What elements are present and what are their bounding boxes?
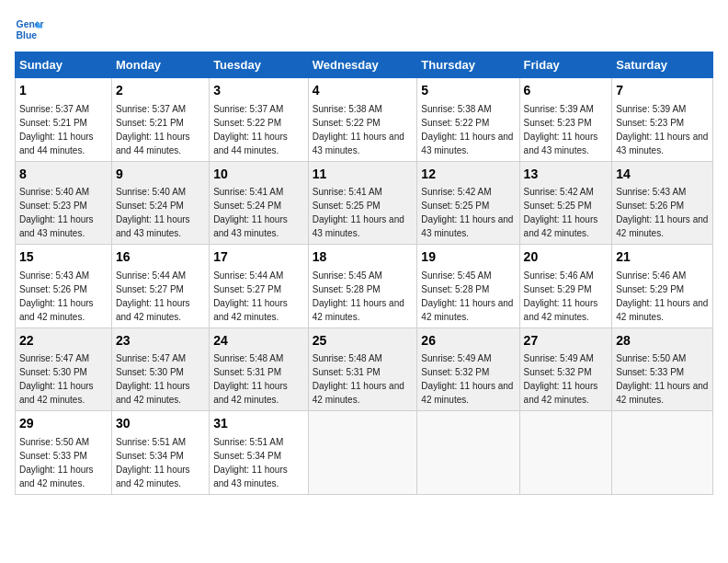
sunset-info: Sunset: 5:22 PM [421, 118, 489, 128]
day-number: 18 [313, 248, 414, 267]
sunrise-info: Sunrise: 5:40 AM [116, 187, 186, 197]
day-number: 30 [116, 415, 205, 433]
daylight-info: Daylight: 11 hours and 43 minutes. [313, 132, 404, 155]
day-number: 5 [421, 82, 515, 100]
daylight-info: Daylight: 11 hours and 42 minutes. [524, 298, 598, 322]
daylight-info: Daylight: 11 hours and 42 minutes. [616, 381, 708, 405]
calendar-cell: 31Sunrise: 5:51 AMSunset: 5:34 PMDayligh… [210, 411, 309, 495]
calendar-cell: 1Sunrise: 5:37 AMSunset: 5:21 PMDaylight… [16, 78, 112, 162]
day-number: 8 [19, 166, 108, 184]
sunset-info: Sunset: 5:25 PM [313, 201, 381, 211]
calendar-cell: 9Sunrise: 5:40 AMSunset: 5:24 PMDaylight… [111, 161, 209, 245]
calendar-cell: 24Sunrise: 5:48 AMSunset: 5:31 PMDayligh… [210, 327, 309, 411]
day-number: 16 [116, 248, 205, 267]
day-number: 12 [421, 166, 515, 184]
day-number: 15 [19, 248, 108, 267]
day-number: 26 [421, 332, 515, 350]
day-number: 7 [616, 82, 709, 100]
day-number: 29 [19, 415, 108, 433]
daylight-info: Daylight: 11 hours and 44 minutes. [116, 132, 190, 155]
daylight-info: Daylight: 11 hours and 42 minutes. [19, 381, 94, 405]
week-row-2: 8Sunrise: 5:40 AMSunset: 5:23 PMDaylight… [16, 161, 713, 245]
day-number: 27 [524, 332, 609, 350]
day-number: 13 [524, 166, 609, 184]
day-number: 10 [213, 166, 304, 184]
daylight-info: Daylight: 11 hours and 42 minutes. [116, 298, 190, 322]
sunrise-info: Sunrise: 5:47 AM [116, 353, 186, 363]
calendar-cell: 22Sunrise: 5:47 AMSunset: 5:30 PMDayligh… [16, 327, 112, 411]
header-cell-sunday: Sunday [16, 52, 112, 78]
sunrise-info: Sunrise: 5:45 AM [421, 270, 491, 281]
sunset-info: Sunset: 5:28 PM [421, 284, 489, 294]
svg-text:Blue: Blue [17, 30, 38, 40]
sunset-info: Sunset: 5:34 PM [116, 451, 184, 461]
sunset-info: Sunset: 5:26 PM [19, 284, 87, 294]
sunrise-info: Sunrise: 5:37 AM [116, 104, 186, 114]
calendar-cell: 23Sunrise: 5:47 AMSunset: 5:30 PMDayligh… [111, 327, 209, 411]
sunset-info: Sunset: 5:25 PM [421, 201, 489, 211]
sunrise-info: Sunrise: 5:40 AM [19, 187, 89, 197]
day-number: 17 [213, 248, 304, 267]
calendar-cell: 12Sunrise: 5:42 AMSunset: 5:25 PMDayligh… [417, 161, 519, 245]
sunrise-info: Sunrise: 5:46 AM [616, 270, 686, 281]
calendar-cell: 2Sunrise: 5:37 AMSunset: 5:21 PMDaylight… [111, 78, 209, 162]
day-number: 28 [616, 332, 709, 350]
daylight-info: Daylight: 11 hours and 43 minutes. [213, 214, 288, 238]
sunrise-info: Sunrise: 5:43 AM [616, 187, 686, 197]
sunrise-info: Sunrise: 5:37 AM [19, 104, 89, 114]
sunrise-info: Sunrise: 5:43 AM [19, 270, 89, 281]
day-number: 11 [313, 166, 414, 184]
sunrise-info: Sunrise: 5:47 AM [19, 353, 89, 363]
calendar-cell: 30Sunrise: 5:51 AMSunset: 5:34 PMDayligh… [111, 411, 209, 495]
day-number: 14 [616, 166, 709, 184]
sunset-info: Sunset: 5:25 PM [524, 201, 592, 211]
logo: General Blue [15, 15, 44, 44]
calendar-cell: 13Sunrise: 5:42 AMSunset: 5:25 PMDayligh… [519, 161, 612, 245]
sunrise-info: Sunrise: 5:46 AM [524, 270, 594, 281]
week-row-1: 1Sunrise: 5:37 AMSunset: 5:21 PMDaylight… [16, 78, 713, 162]
sunrise-info: Sunrise: 5:49 AM [421, 353, 491, 363]
day-number: 20 [524, 248, 609, 267]
sunset-info: Sunset: 5:24 PM [116, 201, 184, 211]
day-number: 25 [313, 332, 414, 350]
day-number: 22 [19, 332, 108, 350]
calendar-cell: 19Sunrise: 5:45 AMSunset: 5:28 PMDayligh… [417, 245, 519, 328]
week-row-5: 29Sunrise: 5:50 AMSunset: 5:33 PMDayligh… [16, 411, 713, 495]
page-header: General Blue [15, 15, 713, 44]
sunset-info: Sunset: 5:21 PM [116, 118, 184, 128]
sunset-info: Sunset: 5:32 PM [421, 367, 489, 377]
sunrise-info: Sunrise: 5:49 AM [524, 353, 594, 363]
calendar-cell: 5Sunrise: 5:38 AMSunset: 5:22 PMDaylight… [417, 78, 519, 162]
day-number: 3 [213, 82, 304, 100]
logo-icon: General Blue [15, 15, 44, 44]
sunset-info: Sunset: 5:22 PM [213, 118, 281, 128]
sunrise-info: Sunrise: 5:41 AM [313, 187, 382, 197]
daylight-info: Daylight: 11 hours and 42 minutes. [116, 465, 190, 488]
header-row: SundayMondayTuesdayWednesdayThursdayFrid… [16, 52, 713, 78]
sunrise-info: Sunrise: 5:41 AM [213, 187, 283, 197]
sunset-info: Sunset: 5:27 PM [213, 284, 281, 294]
calendar-cell: 8Sunrise: 5:40 AMSunset: 5:23 PMDaylight… [16, 161, 112, 245]
sunrise-info: Sunrise: 5:44 AM [213, 270, 283, 281]
daylight-info: Daylight: 11 hours and 43 minutes. [213, 465, 288, 488]
calendar-cell [308, 411, 417, 495]
sunrise-info: Sunrise: 5:51 AM [213, 437, 283, 447]
day-number: 6 [524, 82, 609, 100]
day-number: 23 [116, 332, 205, 350]
calendar-cell: 20Sunrise: 5:46 AMSunset: 5:29 PMDayligh… [519, 245, 612, 328]
calendar-cell: 16Sunrise: 5:44 AMSunset: 5:27 PMDayligh… [111, 245, 209, 328]
calendar-cell [612, 411, 713, 495]
daylight-info: Daylight: 11 hours and 43 minutes. [19, 214, 94, 238]
day-number: 1 [19, 82, 108, 100]
day-number: 31 [213, 415, 304, 433]
header-cell-tuesday: Tuesday [210, 52, 309, 78]
daylight-info: Daylight: 11 hours and 42 minutes. [421, 381, 513, 405]
calendar-cell: 3Sunrise: 5:37 AMSunset: 5:22 PMDaylight… [210, 78, 309, 162]
calendar-cell: 17Sunrise: 5:44 AMSunset: 5:27 PMDayligh… [210, 245, 309, 328]
day-number: 4 [313, 82, 414, 100]
calendar-cell: 6Sunrise: 5:39 AMSunset: 5:23 PMDaylight… [519, 78, 612, 162]
daylight-info: Daylight: 11 hours and 42 minutes. [524, 214, 598, 238]
sunrise-info: Sunrise: 5:39 AM [524, 104, 594, 114]
daylight-info: Daylight: 11 hours and 43 minutes. [421, 214, 513, 238]
sunset-info: Sunset: 5:21 PM [19, 118, 87, 128]
